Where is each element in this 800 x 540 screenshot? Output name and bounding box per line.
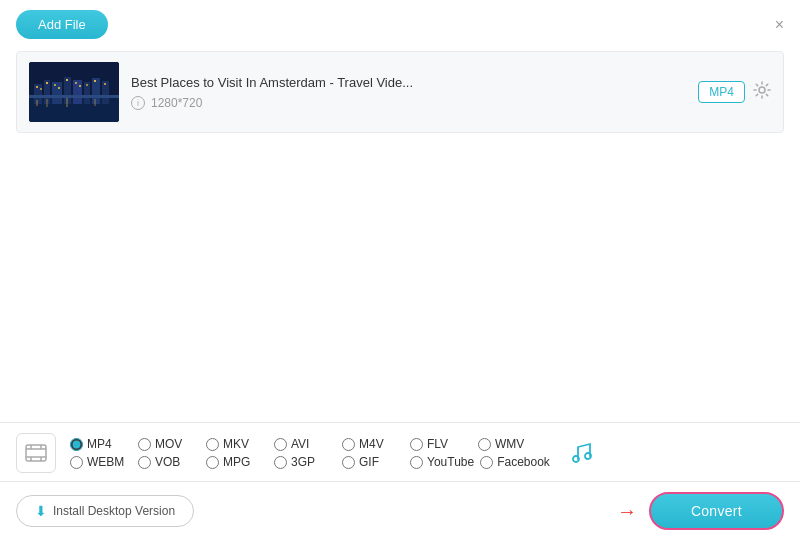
convert-button[interactable]: Convert	[649, 492, 784, 530]
format-m4v-label: M4V	[359, 437, 384, 451]
audio-format-icon	[564, 435, 600, 471]
svg-rect-22	[29, 95, 119, 98]
bottom-actions: ⬇ Install Desktop Version → Convert	[0, 482, 800, 540]
format-wmv-radio[interactable]	[478, 438, 491, 451]
format-flv-radio[interactable]	[410, 438, 423, 451]
format-mov-label: MOV	[155, 437, 182, 451]
format-3gp[interactable]: 3GP	[274, 455, 336, 469]
svg-rect-15	[58, 87, 60, 89]
format-mpg[interactable]: MPG	[206, 455, 268, 469]
format-vob-radio[interactable]	[138, 456, 151, 469]
format-3gp-radio[interactable]	[274, 456, 287, 469]
format-m4v[interactable]: M4V	[342, 437, 404, 451]
format-webm[interactable]: WEBM	[70, 455, 132, 469]
format-avi[interactable]: AVI	[274, 437, 336, 451]
format-facebook-label: Facebook	[497, 455, 550, 469]
file-meta: i 1280*720	[131, 96, 686, 110]
svg-rect-25	[66, 98, 68, 107]
file-thumbnail	[29, 62, 119, 122]
format-avi-label: AVI	[291, 437, 309, 451]
format-mkv[interactable]: MKV	[206, 437, 268, 451]
file-info: Best Places to Visit In Amsterdam - Trav…	[131, 75, 686, 110]
format-options: MP4 MOV MKV AVI M4V	[70, 437, 550, 469]
format-mov[interactable]: MOV	[138, 437, 200, 451]
format-badge[interactable]: MP4	[698, 81, 745, 103]
top-bar: Add File ×	[0, 0, 800, 47]
format-mkv-radio[interactable]	[206, 438, 219, 451]
format-wmv-label: WMV	[495, 437, 524, 451]
svg-rect-28	[26, 445, 46, 461]
format-wmv[interactable]: WMV	[478, 437, 540, 451]
svg-rect-7	[73, 80, 82, 104]
install-desktop-button[interactable]: ⬇ Install Desktop Version	[16, 495, 194, 527]
svg-rect-16	[66, 79, 68, 81]
format-mp4[interactable]: MP4	[70, 437, 132, 451]
format-flv[interactable]: FLV	[410, 437, 472, 451]
file-resolution: 1280*720	[151, 96, 202, 110]
format-avi-radio[interactable]	[274, 438, 287, 451]
convert-area: → Convert	[617, 492, 784, 530]
format-section: MP4 MOV MKV AVI M4V	[0, 423, 800, 482]
svg-point-27	[759, 87, 765, 93]
format-youtube-label: YouTube	[427, 455, 474, 469]
format-row-2: WEBM VOB MPG 3GP GIF	[70, 455, 550, 469]
svg-rect-21	[104, 83, 106, 85]
format-vob[interactable]: VOB	[138, 455, 200, 469]
svg-rect-19	[86, 84, 88, 86]
svg-rect-26	[94, 99, 96, 106]
format-mov-radio[interactable]	[138, 438, 151, 451]
format-mp4-radio[interactable]	[70, 438, 83, 451]
format-vob-label: VOB	[155, 455, 180, 469]
svg-rect-11	[36, 86, 38, 88]
download-icon: ⬇	[35, 503, 47, 519]
format-flv-label: FLV	[427, 437, 448, 451]
format-mp4-label: MP4	[87, 437, 112, 451]
format-m4v-radio[interactable]	[342, 438, 355, 451]
format-youtube[interactable]: YouTube	[410, 455, 474, 469]
format-webm-label: WEBM	[87, 455, 124, 469]
format-facebook-radio[interactable]	[480, 456, 493, 469]
svg-rect-20	[94, 80, 96, 82]
format-gif-label: GIF	[359, 455, 379, 469]
settings-button[interactable]	[753, 81, 771, 103]
svg-rect-12	[40, 88, 42, 90]
format-facebook[interactable]: Facebook	[480, 455, 550, 469]
format-gif-radio[interactable]	[342, 456, 355, 469]
format-webm-radio[interactable]	[70, 456, 83, 469]
svg-rect-17	[75, 82, 77, 84]
video-format-icon	[16, 433, 56, 473]
add-file-button[interactable]: Add File	[16, 10, 108, 39]
install-label: Install Desktop Version	[53, 504, 175, 518]
file-list-item: Best Places to Visit In Amsterdam - Trav…	[16, 51, 784, 133]
close-button[interactable]: ×	[775, 17, 784, 33]
format-mpg-label: MPG	[223, 455, 250, 469]
format-mkv-label: MKV	[223, 437, 249, 451]
bottom-area: MP4 MOV MKV AVI M4V	[0, 422, 800, 540]
file-actions: MP4	[698, 81, 771, 103]
svg-rect-5	[52, 82, 62, 104]
svg-rect-23	[36, 100, 38, 106]
file-title: Best Places to Visit In Amsterdam - Trav…	[131, 75, 686, 90]
format-gif[interactable]: GIF	[342, 455, 404, 469]
arrow-icon: →	[617, 500, 637, 523]
svg-rect-14	[54, 84, 56, 86]
svg-rect-13	[46, 82, 48, 84]
middle-area	[0, 137, 800, 377]
info-icon: i	[131, 96, 145, 110]
format-row-1: MP4 MOV MKV AVI M4V	[70, 437, 550, 451]
format-youtube-radio[interactable]	[410, 456, 423, 469]
svg-rect-24	[46, 99, 48, 107]
format-mpg-radio[interactable]	[206, 456, 219, 469]
svg-rect-18	[79, 85, 81, 87]
format-3gp-label: 3GP	[291, 455, 315, 469]
